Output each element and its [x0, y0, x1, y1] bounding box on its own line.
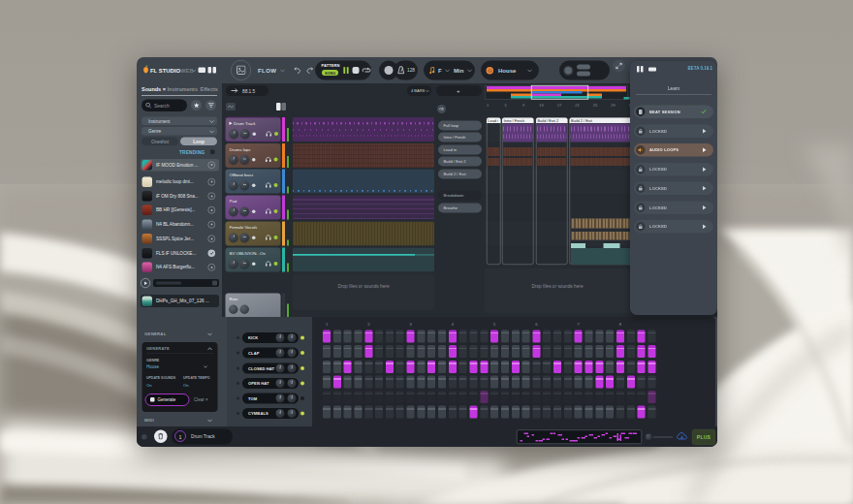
svg-text:25: 25: [593, 103, 598, 108]
svg-text:9: 9: [522, 103, 525, 108]
svg-text:17: 17: [557, 103, 562, 108]
svg-text:1: 1: [487, 103, 490, 108]
svg-text:13: 13: [539, 103, 544, 108]
svg-text:21: 21: [575, 103, 580, 108]
svg-text:5: 5: [504, 103, 507, 108]
svg-text:29: 29: [611, 103, 616, 108]
